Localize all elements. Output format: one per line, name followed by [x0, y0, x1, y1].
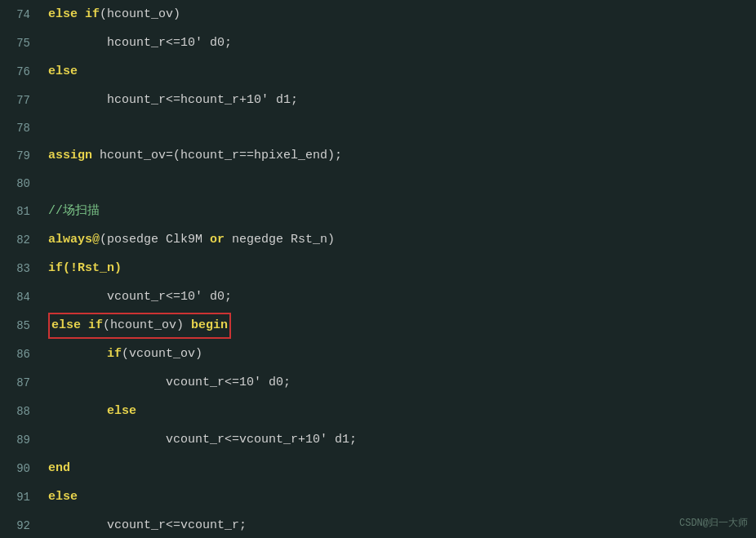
line-content: vcount_r<=vcount_r; [45, 512, 756, 538]
line-number: 84 [0, 291, 45, 304]
code-line: 75 hcount_r<=10' d0; [0, 29, 756, 57]
line-number: 81 [0, 205, 45, 218]
code-line: 90end [0, 454, 756, 482]
line-number: 79 [0, 149, 45, 162]
line-number: 80 [0, 177, 45, 190]
line-content: vcount_r<=10' d0; [45, 369, 756, 396]
code-line: 84 vcount_r<=10' d0; [0, 282, 756, 311]
line-content: else if(hcount_ov) [45, 1, 756, 28]
code-line: 83if(!Rst_n) [0, 254, 756, 282]
line-number: 91 [0, 491, 45, 504]
line-content: hcount_r<=10' d0; [45, 29, 756, 56]
code-line: 74else if(hcount_ov) [0, 0, 756, 29]
code-line: 81//场扫描 [0, 197, 756, 225]
code-line: 87 vcount_r<=10' d0; [0, 368, 756, 397]
code-line: 85else if(hcount_ov) begin [0, 311, 756, 340]
code-line: 78 [0, 114, 756, 141]
code-line: 92 vcount_r<=vcount_r; [0, 511, 756, 538]
line-number: 86 [0, 348, 45, 361]
line-number: 87 [0, 376, 45, 389]
line-content: always@(posedge Clk9M or negedge Rst_n) [45, 226, 756, 253]
line-number: 76 [0, 65, 45, 78]
code-line: 80 [0, 170, 756, 197]
code-line: 76else [0, 57, 756, 86]
line-content: hcount_r<=hcount_r+10' d1; [45, 87, 756, 113]
code-line: 89 vcount_r<=vcount_r+10' d1; [0, 425, 756, 454]
code-line: 88 else [0, 397, 756, 425]
line-content: if(!Rst_n) [45, 255, 756, 282]
line-content: vcount_r<=vcount_r+10' d1; [45, 426, 756, 453]
code-container: 74else if(hcount_ov)75 hcount_r<=10' d0;… [0, 0, 756, 538]
code-line: 77 hcount_r<=hcount_r+10' d1; [0, 86, 756, 114]
code-line: 86 if(vcount_ov) [0, 340, 756, 368]
line-number: 85 [0, 319, 45, 332]
line-number: 78 [0, 122, 45, 135]
line-content: else if(hcount_ov) begin [45, 312, 756, 339]
line-content: else [45, 483, 756, 510]
line-number: 75 [0, 37, 45, 50]
line-number: 92 [0, 519, 45, 532]
code-line: 82always@(posedge Clk9M or negedge Rst_n… [0, 225, 756, 254]
watermark: CSDN@归一大师 [679, 516, 748, 530]
line-number: 74 [0, 8, 45, 21]
line-number: 77 [0, 94, 45, 107]
line-number: 82 [0, 233, 45, 247]
line-content: vcount_r<=10' d0; [45, 283, 756, 310]
line-content: assign hcount_ov=(hcount_r==hpixel_end); [45, 142, 756, 169]
line-content: else [45, 398, 756, 425]
line-content: //场扫描 [45, 198, 756, 225]
code-line: 79assign hcount_ov=(hcount_r==hpixel_end… [0, 141, 756, 170]
line-number: 90 [0, 462, 45, 475]
line-number: 83 [0, 262, 45, 275]
line-number: 89 [0, 434, 45, 447]
line-number: 88 [0, 405, 45, 418]
line-content: end [45, 455, 756, 482]
line-content: else [45, 58, 756, 85]
line-content: if(vcount_ov) [45, 340, 756, 367]
code-line: 91else [0, 482, 756, 511]
